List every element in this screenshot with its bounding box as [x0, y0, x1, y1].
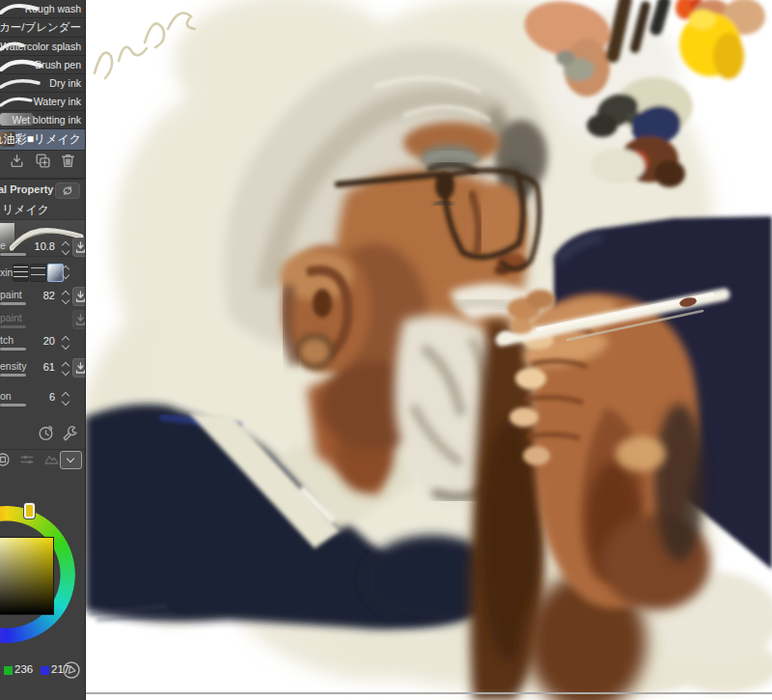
- prop-label: paint: [0, 289, 22, 300]
- prop-row-stabilization: on 6: [0, 388, 85, 411]
- brush-item-dry-ink[interactable]: Dry ink: [0, 74, 85, 93]
- green-channel-swatch: [4, 666, 13, 675]
- color-wheel-tab-icon[interactable]: [0, 452, 11, 467]
- mixing-option-1[interactable]: [13, 264, 29, 282]
- brush-item-label: Rough wash: [25, 3, 85, 14]
- prop-value[interactable]: 10.8: [35, 240, 55, 252]
- brush-item-label: Watery ink: [34, 96, 85, 107]
- value-stepper[interactable]: [62, 335, 70, 350]
- value-stepper[interactable]: [62, 361, 70, 377]
- delete-brush-icon[interactable]: [60, 153, 76, 169]
- brush-item-wet-blotting-ink[interactable]: Wet blotting ink: [0, 111, 85, 129]
- import-brush-icon[interactable]: [9, 153, 25, 169]
- prop-row-color-stretch: tch 20: [0, 332, 85, 355]
- tool-property-footer: [0, 423, 85, 446]
- brush-item-watercolor-splash[interactable]: Watercolor splash: [0, 38, 85, 56]
- prop-value[interactable]: 6: [49, 391, 55, 403]
- add-brush-icon[interactable]: [35, 153, 51, 169]
- canvas-area: [85, 0, 772, 700]
- prop-slider[interactable]: [0, 348, 26, 350]
- ear: [280, 245, 371, 373]
- prop-slider[interactable]: [0, 404, 26, 406]
- color-sliders-tab-icon[interactable]: [19, 452, 36, 467]
- brush-stroke-icon: [0, 76, 42, 90]
- dynamics-button[interactable]: [72, 358, 86, 378]
- value-stepper[interactable]: [62, 265, 70, 280]
- brush-list-actions: [0, 145, 85, 176]
- prop-row-brush-density: ensity 61: [0, 358, 85, 381]
- prop-label: ensity: [0, 360, 26, 372]
- prop-slider[interactable]: [0, 253, 26, 256]
- canvas-bottom-scroll-line[interactable]: [85, 692, 772, 694]
- app-window: Rough wash ーカー/ブレンダー Watercolor splash B…: [0, 0, 772, 700]
- reset-timer-icon[interactable]: [37, 424, 55, 442]
- dynamics-button-disabled: [72, 310, 86, 329]
- brush-item-brush-pen[interactable]: Brush pen: [0, 56, 85, 74]
- brush-item-watery-ink[interactable]: Watery ink: [0, 93, 85, 111]
- subtool-name: リメイク: [2, 202, 49, 218]
- sub-tool-list: Rough wash ーカー/ブレンダー Watercolor splash B…: [0, 0, 85, 151]
- brush-item-label: ーカー/ブレンダー: [0, 20, 85, 35]
- panel-divider: [0, 178, 85, 180]
- prop-label: e: [0, 239, 6, 251]
- prop-value[interactable]: 20: [43, 335, 55, 347]
- timelapse-play-icon[interactable]: [62, 660, 81, 682]
- color-mountain-tab-icon[interactable]: [43, 452, 60, 467]
- prop-label: on: [0, 390, 12, 402]
- prop-slider[interactable]: [0, 302, 26, 305]
- blue-channel-swatch: [41, 666, 49, 675]
- brush-item-label: Wet blotting ink: [12, 114, 85, 126]
- mixing-option-2[interactable]: [30, 264, 46, 282]
- brush-item-label: れ油彩■リメイク: [0, 131, 85, 148]
- tool-property-title: al Property: [0, 183, 53, 195]
- sync-icon[interactable]: [55, 182, 80, 199]
- hue-selector[interactable]: [24, 503, 35, 518]
- prop-label: paint: [0, 312, 22, 323]
- left-panel: Rough wash ーカー/ブレンダー Watercolor splash B…: [0, 0, 86, 700]
- prop-slider[interactable]: [0, 374, 26, 377]
- mixing-options: [13, 264, 64, 282]
- brush-item-label: Brush pen: [35, 59, 85, 70]
- saturation-value-square[interactable]: [0, 537, 54, 615]
- brush-item-label: Dry ink: [49, 77, 85, 89]
- brush-item-marker-blender[interactable]: ーカー/ブレンダー: [0, 18, 85, 38]
- value-stepper[interactable]: [62, 290, 70, 305]
- prop-value[interactable]: 61: [43, 361, 55, 373]
- color-info-bar: 236 217: [0, 662, 85, 682]
- value-stepper[interactable]: [62, 391, 70, 406]
- wrench-icon[interactable]: [61, 424, 79, 442]
- prop-slider: [0, 325, 26, 328]
- dynamics-button[interactable]: [72, 238, 86, 257]
- palette-dock-tabs: [0, 449, 85, 471]
- prop-row-density-of-paint: paint: [0, 310, 85, 333]
- brush-item-oil-remake[interactable]: れ油彩■リメイク: [0, 129, 85, 151]
- prop-row-amount-of-paint: paint 82: [0, 287, 85, 310]
- brush-item-rough-wash[interactable]: Rough wash: [0, 0, 85, 18]
- prop-row-mixing: xing: [0, 263, 85, 286]
- green-channel-value: 236: [14, 663, 33, 675]
- prop-row-brush-size: e 10.8: [0, 238, 85, 261]
- dynamics-button[interactable]: [72, 287, 86, 306]
- canvas-painting[interactable]: [85, 0, 772, 700]
- brush-item-label: Watercolor splash: [0, 41, 85, 52]
- prop-value[interactable]: 82: [43, 290, 55, 301]
- prop-label: tch: [0, 334, 14, 346]
- tool-property-header: al Property: [0, 182, 85, 199]
- collapse-panel-button[interactable]: [60, 451, 82, 469]
- value-stepper[interactable]: [62, 240, 70, 256]
